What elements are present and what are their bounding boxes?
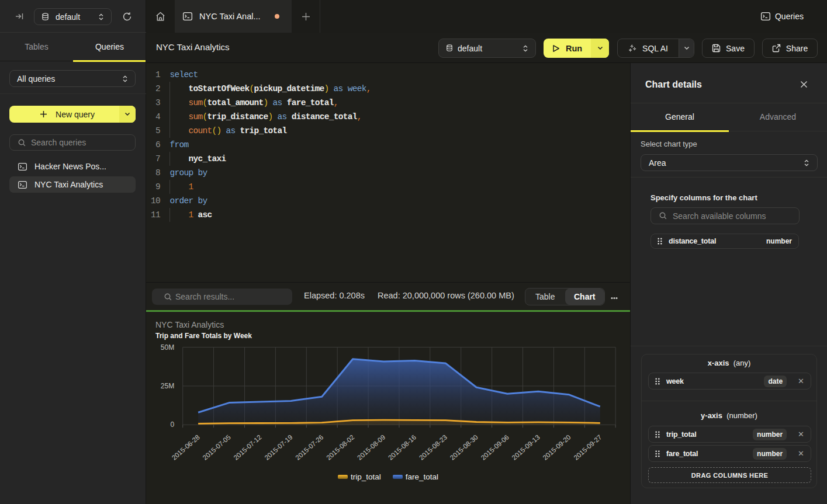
svg-text:2015-07-19: 2015-07-19 — [263, 433, 293, 461]
svg-text:2015-07-26: 2015-07-26 — [294, 433, 324, 461]
svg-text:0: 0 — [171, 420, 175, 429]
svg-text:2015-09-13: 2015-09-13 — [511, 433, 541, 461]
svg-text:2015-08-16: 2015-08-16 — [387, 433, 417, 461]
svg-text:2015-06-28: 2015-06-28 — [171, 433, 201, 461]
svg-text:2015-09-06: 2015-09-06 — [480, 433, 510, 461]
svg-text:2015-08-09: 2015-08-09 — [356, 433, 386, 461]
svg-text:25M: 25M — [161, 382, 174, 390]
svg-text:2015-08-02: 2015-08-02 — [325, 433, 355, 461]
svg-text:2015-09-20: 2015-09-20 — [541, 433, 572, 461]
svg-text:2015-08-30: 2015-08-30 — [449, 433, 479, 461]
svg-text:2015-07-05: 2015-07-05 — [202, 433, 232, 461]
svg-text:2015-09-27: 2015-09-27 — [572, 433, 603, 461]
svg-text:2015-08-23: 2015-08-23 — [418, 433, 448, 461]
svg-text:2015-07-12: 2015-07-12 — [232, 433, 262, 461]
svg-text:50M: 50M — [161, 343, 174, 352]
